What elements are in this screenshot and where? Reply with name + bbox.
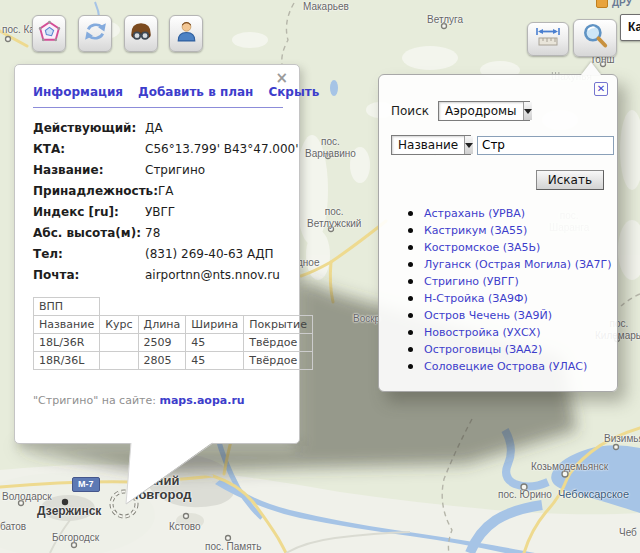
folder-icon xyxy=(596,0,608,8)
field-label: Название: xyxy=(33,163,145,177)
category-value: Аэродромы xyxy=(439,102,523,120)
category-select[interactable]: Аэродромы xyxy=(438,101,530,121)
list-item: Остров Чечень (ЗА9Й) xyxy=(391,307,605,324)
bullet-icon xyxy=(408,347,413,352)
field-value: (831) 269-40-63 АДП xyxy=(145,247,274,261)
site-prefix: "Стригино" на сайте: xyxy=(33,394,156,407)
user-button[interactable] xyxy=(169,15,203,52)
field-label: Принадлежность: xyxy=(33,184,158,198)
map-label: Визимья xyxy=(604,433,640,445)
close-icon[interactable]: × xyxy=(275,71,288,86)
site-link[interactable]: maps.aopa.ru xyxy=(159,394,244,407)
menu-hide[interactable]: Скрыть xyxy=(268,85,319,99)
search-type-row: Поиск Аэродромы xyxy=(391,101,605,121)
search-query-input[interactable] xyxy=(477,136,614,155)
bullet-icon xyxy=(408,330,413,335)
field-row: КТА:С56°13.799' В43°47.000' xyxy=(33,138,299,159)
close-icon[interactable]: ✕ xyxy=(594,82,608,96)
result-link[interactable]: Н-Стройка (ЗА9Ф) xyxy=(424,292,528,305)
airfield-info-popup: × Информация Добавить в план Скрыть Дейс… xyxy=(14,64,300,444)
field-row: Принадлежность:ГА xyxy=(33,180,299,201)
cell: 45 xyxy=(186,352,244,370)
field-value: ДА xyxy=(145,121,163,135)
search-submit-row: Искать xyxy=(391,169,604,190)
field-row: Абс. высота(м):78 xyxy=(33,222,299,243)
bullet-icon xyxy=(408,279,413,284)
map-label: дное xyxy=(297,257,319,269)
menu-information[interactable]: Информация xyxy=(33,85,123,99)
refresh-button[interactable] xyxy=(78,15,112,52)
map-label: Богородск xyxy=(52,532,99,544)
bullet-icon xyxy=(408,228,413,233)
field-label: Индекс [ru]: xyxy=(33,205,145,219)
result-link[interactable]: Соловецкие Острова (УЛАС) xyxy=(424,360,587,373)
result-link[interactable]: Новостройка (УХСХ) xyxy=(424,326,540,339)
search-submit-button[interactable]: Искать xyxy=(536,170,604,190)
list-item: Костромское (ЗА5Ь) xyxy=(391,239,605,256)
refresh-icon xyxy=(83,19,108,48)
col-header: Покрытие xyxy=(244,316,313,334)
bullet-icon xyxy=(408,245,413,250)
pilot-mode-button[interactable] xyxy=(124,15,158,52)
bullet-icon xyxy=(408,313,413,318)
result-link[interactable]: Луганск (Острая Могила) (ЗА7Г) xyxy=(424,258,612,271)
map-label-water: Чебоксарское xyxy=(558,488,629,501)
field-value: С56°13.799' В43°47.000' xyxy=(145,142,299,156)
search-query-row: Название xyxy=(391,135,605,155)
result-link[interactable]: Остров Чечень (ЗА9Й) xyxy=(424,309,552,322)
map-label: Ветлуга xyxy=(427,14,463,26)
field-label: Почта: xyxy=(33,268,145,282)
field-value: 78 xyxy=(145,226,160,240)
field-label: Действующий: xyxy=(33,121,145,135)
result-link[interactable]: Астрахань (УРВА) xyxy=(424,207,525,220)
field-value: airportnn@nts.nnov.ru xyxy=(145,268,280,282)
search-button[interactable] xyxy=(573,19,617,57)
field-select[interactable]: Название xyxy=(391,135,471,155)
map-label: Воскр xyxy=(353,313,380,325)
flight-plan-button[interactable] xyxy=(32,15,66,52)
menu-add-to-plan[interactable]: Добавить в план xyxy=(138,85,253,99)
flight-plan-icon xyxy=(37,18,62,49)
airfield-fields: Действующий:ДА КТА:С56°13.799' В43°47.00… xyxy=(33,117,299,285)
menu-divider xyxy=(33,107,283,108)
map-label: пос. Ка xyxy=(2,24,35,36)
dropdown-arrow-icon xyxy=(523,102,532,120)
field-value: Стригино xyxy=(145,163,205,177)
list-item: Новостройка (УХСХ) xyxy=(391,324,605,341)
field-row: Действующий:ДА xyxy=(33,117,299,138)
search-popup-tail xyxy=(581,62,601,75)
result-link[interactable]: Костромское (ЗА5Ь) xyxy=(424,241,540,254)
measure-button[interactable] xyxy=(527,22,569,56)
col-header: Название xyxy=(34,316,100,334)
bullet-icon xyxy=(408,364,413,369)
map-label: Кстово xyxy=(169,521,201,533)
list-item: Остроговицы (ЗАА2) xyxy=(391,341,605,358)
user-icon xyxy=(174,19,199,48)
map-label: пос. Ветлужский xyxy=(307,206,361,229)
list-item: Луганск (Острая Могила) (ЗА7Г) xyxy=(391,256,605,273)
field-value: ГА xyxy=(158,184,174,198)
list-item: Кастрикум (ЗА55) xyxy=(391,222,605,239)
field-value: Название xyxy=(392,136,464,154)
result-link[interactable]: Остроговицы (ЗАА2) xyxy=(424,343,542,356)
map-label-city: Дзержинск xyxy=(37,505,101,519)
map-label: Чеб xyxy=(619,527,637,539)
result-link[interactable]: Стригино (УВГГ) xyxy=(424,275,519,288)
cell: 18R/36L xyxy=(34,352,100,370)
field-label: КТА: xyxy=(33,142,145,156)
runway-caption: ВПП xyxy=(34,298,100,316)
search-label: Поиск xyxy=(391,104,429,118)
runway-caption-spacer xyxy=(100,298,313,316)
col-header: Длина xyxy=(138,316,186,334)
result-link[interactable]: Кастрикум (ЗА55) xyxy=(424,224,527,237)
corner-partial-label: ДРУ xyxy=(612,0,632,8)
ruler-icon xyxy=(534,26,562,52)
table-row: 18R/36L 2805 45 Твёрдое xyxy=(34,352,313,370)
map-label: батов xyxy=(0,521,26,533)
pilot-helmet-icon xyxy=(128,19,154,49)
corner-partial-button[interactable]: ДРУ xyxy=(596,0,632,10)
map-type-button[interactable]: Ка xyxy=(620,14,640,41)
cell xyxy=(100,334,138,352)
col-header: Ширина xyxy=(186,316,244,334)
field-label: Тел: xyxy=(33,247,145,261)
